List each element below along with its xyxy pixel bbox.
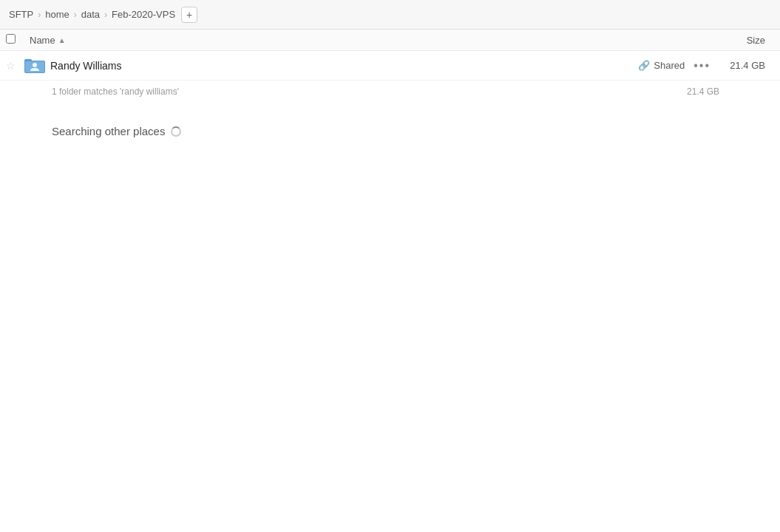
more-options-button[interactable]: ••• — [693, 59, 711, 72]
breadcrumb-sep-1: › — [36, 10, 42, 20]
column-header: Name ▲ Size — [0, 30, 780, 51]
search-info: 1 folder matches 'randy williams' 21.4 G… — [0, 81, 780, 103]
search-info-size: 21.4 GB — [687, 86, 728, 97]
name-column-header[interactable]: Name ▲ — [30, 35, 715, 46]
breadcrumb-home-label: home — [45, 9, 69, 20]
file-size: 21.4 GB — [722, 60, 774, 71]
breadcrumb-home[interactable]: home — [42, 7, 72, 21]
file-row-randy-williams[interactable]: ☆ Randy Williams 🔗 Shared ••• 21.4 GB — [0, 51, 780, 81]
breadcrumb-add-button[interactable]: + — [181, 7, 197, 23]
breadcrumb-sftp-label: SFTP — [9, 9, 33, 20]
searching-other-places-section: Searching other places — [0, 103, 780, 145]
size-column-header[interactable]: Size — [715, 35, 774, 46]
folder-icon — [24, 57, 47, 75]
breadcrumb-sep-3: › — [103, 10, 109, 20]
file-name: Randy Williams — [47, 60, 638, 72]
folder-icon-container — [24, 57, 47, 75]
breadcrumb-feb-2020-vps[interactable]: Feb-2020-VPS — [109, 7, 178, 21]
shared-label: Shared — [654, 60, 685, 71]
breadcrumb-data-label: data — [81, 9, 100, 20]
breadcrumb-sep-2: › — [72, 10, 78, 20]
searching-other-places-label: Searching other places — [52, 125, 165, 137]
search-info-text: 1 folder matches 'randy williams' — [52, 86, 179, 97]
name-column-label: Name — [30, 35, 55, 46]
svg-point-3 — [33, 63, 37, 67]
more-icon: ••• — [693, 59, 711, 72]
sort-indicator: ▲ — [58, 36, 66, 44]
topbar: SFTP › home › data › Feb-2020-VPS + — [0, 0, 780, 30]
select-all-checkbox[interactable] — [6, 34, 16, 44]
size-column-label: Size — [747, 35, 765, 46]
add-icon: + — [186, 9, 192, 21]
star-icon: ☆ — [6, 60, 16, 72]
breadcrumb-feb-label: Feb-2020-VPS — [112, 9, 175, 20]
shared-badge: 🔗 Shared — [638, 60, 685, 71]
breadcrumb-data[interactable]: data — [78, 7, 103, 21]
star-button[interactable]: ☆ — [6, 60, 24, 72]
breadcrumb-sftp[interactable]: SFTP — [6, 7, 36, 21]
select-all-checkbox-container[interactable] — [6, 34, 30, 46]
breadcrumb: SFTP › home › data › Feb-2020-VPS + — [6, 7, 197, 23]
link-icon: 🔗 — [638, 60, 650, 71]
loading-spinner — [171, 126, 181, 137]
